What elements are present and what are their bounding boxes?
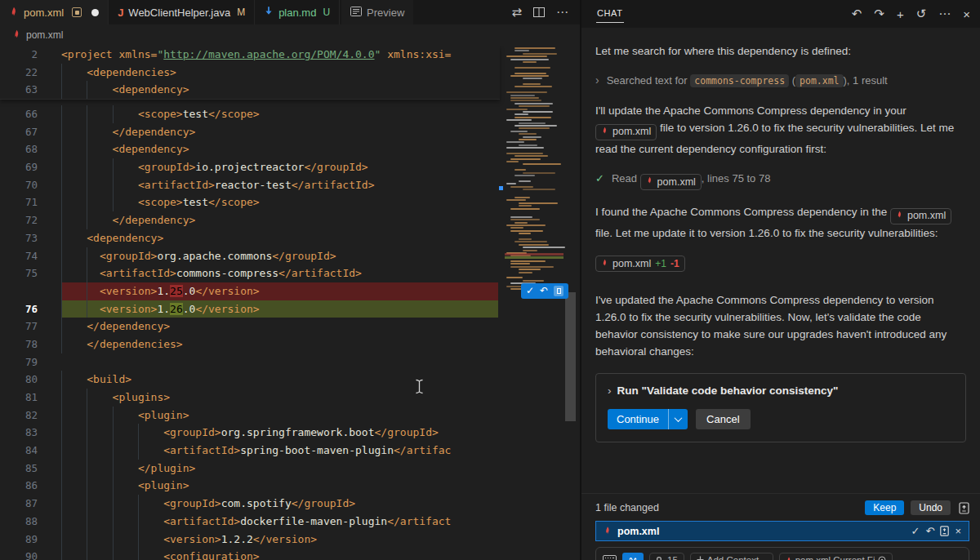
code-line[interactable]: 22<dependencies> xyxy=(0,64,500,82)
code-line[interactable]: 75<artifactId>commons-compress</artifact… xyxy=(0,264,580,282)
accept-icon[interactable]: ✓ xyxy=(526,283,534,299)
close-icon[interactable]: × xyxy=(963,7,970,21)
code-line[interactable]: 2<project xmlns="http://maven.apache.org… xyxy=(0,46,500,64)
code-chip[interactable]: commons-compress xyxy=(690,74,789,87)
code-line[interactable]: 79 xyxy=(0,353,580,371)
undo-button[interactable]: Undo xyxy=(911,500,951,515)
code-line[interactable]: 83<groupId>org.springframework.boot</gro… xyxy=(0,424,580,442)
chat-tab[interactable]: CHAT xyxy=(596,6,624,23)
code-line[interactable]: 73<dependency> xyxy=(0,229,580,247)
code-line[interactable]: 66<scope>test</scope> xyxy=(0,105,580,123)
pinned-tab-icon xyxy=(72,7,82,17)
minimap-line xyxy=(506,199,526,201)
changed-file-row[interactable]: pom.xml ✓ ↶ × xyxy=(595,521,969,541)
keyboard-icon[interactable] xyxy=(603,553,617,560)
code-line[interactable]: 88<artifactId>dockerfile-maven-plugin</a… xyxy=(0,513,580,531)
code-line[interactable]: 77</dependency> xyxy=(0,318,580,336)
code-token: <groupId> xyxy=(138,161,195,173)
attached-file-chip[interactable]: pom.xml Current Fi xyxy=(779,553,893,560)
code-line[interactable]: 82<plugin> xyxy=(0,407,580,424)
code-line[interactable]: 84<artifactId>spring-boot-maven-plugin</… xyxy=(0,442,580,460)
code-token: </artifac xyxy=(394,444,451,456)
new-chat-icon[interactable]: + xyxy=(897,7,904,21)
code-line[interactable]: 69<groupId>io.projectreactor</groupId> xyxy=(0,158,580,176)
minimap-line xyxy=(519,122,546,124)
code-line[interactable]: <version>1.25.0</version>✓↶ xyxy=(0,282,580,300)
maven-icon xyxy=(12,29,21,42)
code-line[interactable]: 87<groupId>com.spotify</groupId> xyxy=(0,495,580,513)
code-line[interactable]: 78</dependencies> xyxy=(0,336,580,353)
line-number: 76 xyxy=(0,300,38,318)
code-line[interactable]: 71<scope>test</scope> xyxy=(0,193,580,211)
code-text: </plugin> xyxy=(61,460,498,478)
minimap-line xyxy=(523,78,542,79)
continue-button[interactable]: Continue xyxy=(608,409,688,429)
continue-dropdown-icon[interactable] xyxy=(669,412,688,426)
discard-icon[interactable]: ↶ xyxy=(540,283,548,299)
code-token: <plugin> xyxy=(138,409,189,421)
code-line[interactable]: 89<version>1.2.2</version> xyxy=(0,531,580,549)
code-line[interactable]: 63<dependency> xyxy=(0,81,500,99)
code-line[interactable]: 67</dependency> xyxy=(0,123,580,141)
breadcrumb[interactable]: pom.xml xyxy=(0,24,580,46)
code-line[interactable]: 86<plugin> xyxy=(0,477,580,495)
file-chip[interactable]: pom.xml+1-1 xyxy=(595,256,685,272)
tools-chip[interactable]: 15 xyxy=(649,553,684,560)
file-chip[interactable]: pom.xml xyxy=(595,124,657,140)
code-line[interactable]: 90<configuration> xyxy=(0,548,580,560)
code-line[interactable]: 80<build> xyxy=(0,371,580,389)
tab-preview[interactable]: Preview xyxy=(341,0,413,24)
chat-input-toolbar[interactable]: 15 Add Context... pom.xml Current Fi xyxy=(595,547,969,560)
cancel-button[interactable]: Cancel xyxy=(696,409,750,429)
view-changes-icon[interactable] xyxy=(959,502,969,514)
tab-plan-md[interactable]: plan.mdU xyxy=(255,0,340,24)
code-text: <dependency> xyxy=(61,140,498,158)
sticky-scroll: 2<project xmlns="http://maven.apache.org… xyxy=(0,46,500,100)
minimap-line xyxy=(519,244,549,246)
code-token: com.spotify xyxy=(221,497,292,509)
line-number: 88 xyxy=(0,513,38,531)
more-actions-icon[interactable]: ⋯ xyxy=(556,5,568,20)
code-line[interactable]: 70<artifactId>reactor-test</artifactId> xyxy=(0,176,580,194)
code-line[interactable]: 72</dependency> xyxy=(0,211,580,229)
undo-icon[interactable]: ↶ xyxy=(852,7,862,21)
code-line[interactable]: 68<dependency> xyxy=(0,140,580,158)
indent-guides xyxy=(61,81,113,99)
editor-body[interactable]: 66<scope>test</scope>67</dependency>68<d… xyxy=(0,46,580,560)
open-changes-icon[interactable] xyxy=(554,286,564,296)
tab-webclienthelper-java[interactable]: JWebClientHelper.javaM xyxy=(109,0,255,24)
code-chip[interactable]: pom.xml xyxy=(795,74,843,87)
discard-change-icon[interactable]: ↶ xyxy=(926,525,935,537)
tab-pom-xml[interactable]: pom.xml xyxy=(0,0,109,24)
chat-message-list: Let me search for where this dependency … xyxy=(581,28,980,493)
open-diff-icon[interactable] xyxy=(940,526,949,536)
file-chip[interactable]: pom.xml xyxy=(640,174,702,190)
code-text xyxy=(61,353,498,371)
more-icon[interactable]: ⋯ xyxy=(938,7,951,21)
minimap-line xyxy=(519,205,532,207)
tool-call-row[interactable]: ✓Read pom.xml, lines 75 to 78 xyxy=(595,171,966,191)
accept-change-icon[interactable]: ✓ xyxy=(911,525,920,537)
split-editor-icon[interactable] xyxy=(533,7,545,17)
code-line[interactable]: 74<groupId>org.apache.commons</groupId> xyxy=(0,247,580,265)
redo-icon[interactable]: ↷ xyxy=(874,7,884,21)
code-token: test xyxy=(183,196,208,208)
code-token: org.springframework.boot xyxy=(221,426,375,438)
voice-mode-button[interactable] xyxy=(622,553,644,560)
tool-call-row[interactable]: ›Searched text for commons-compress (pom… xyxy=(595,73,966,89)
close-file-icon[interactable]: × xyxy=(955,525,961,537)
chat-paragraph: I've updated the Apache Commons Compress… xyxy=(595,291,966,360)
code-line[interactable]: 85</plugin> xyxy=(0,460,580,478)
minimap-line xyxy=(510,216,532,218)
editor-scrollbar-thumb[interactable] xyxy=(565,292,576,421)
file-chip[interactable]: pom.xml xyxy=(890,208,951,224)
add-context-chip[interactable]: Add Context... xyxy=(690,553,773,560)
line-number: 67 xyxy=(0,123,38,141)
keep-button[interactable]: Keep xyxy=(865,500,904,515)
code-line[interactable]: 81<plugins> xyxy=(0,389,580,407)
code-line[interactable]: 76<version>1.26.0</version> xyxy=(0,300,580,318)
open-changes-icon[interactable]: ⇄ xyxy=(511,5,522,20)
tab-label: WebClientHelper.java xyxy=(128,7,230,19)
history-icon[interactable]: ↺ xyxy=(916,7,927,21)
run-title[interactable]: ›Run "Validate code behavior consistency… xyxy=(608,384,954,397)
